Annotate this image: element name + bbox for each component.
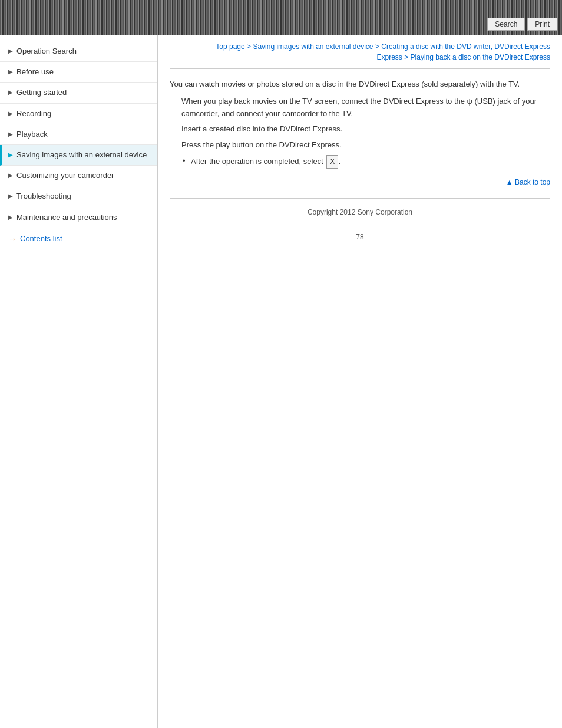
main-content: Top page > Saving images with an externa… (158, 35, 562, 728)
contents-list-label: Contents list (20, 234, 62, 243)
search-button[interactable]: Search (487, 18, 525, 31)
arrow-icon: ▶ (8, 172, 13, 180)
sidebar-item-label: Playback (16, 129, 48, 140)
content-bullet1: After the operation is completed, select… (191, 155, 550, 169)
breadcrumb-level3[interactable]: Creating a disc with the DVD writer, DVD… (381, 42, 550, 51)
arrow-icon: ▶ (8, 68, 13, 76)
sidebar-item-troubleshooting[interactable]: ▶ Troubleshooting (0, 186, 157, 207)
content-step2: Insert a created disc into the DVDirect … (181, 123, 550, 136)
sidebar-item-before-use[interactable]: ▶ Before use (0, 62, 157, 83)
sidebar-item-saving-images[interactable]: ▶ Saving images with an external device (0, 145, 157, 166)
sidebar: ▶ Operation Search ▶ Before use ▶ Gettin… (0, 35, 158, 728)
breadcrumb-level4[interactable]: Playing back a disc on the DVDirect Expr… (411, 53, 550, 61)
sidebar-item-label: Recording (16, 108, 51, 119)
sidebar-item-label: Getting started (16, 87, 67, 98)
page-layout: ▶ Operation Search ▶ Before use ▶ Gettin… (0, 35, 562, 728)
content-area: You can watch movies or photos stored on… (170, 78, 550, 169)
sidebar-item-label: Before use (16, 67, 54, 77)
arrow-icon: ▶ (8, 130, 13, 139)
breadcrumb-sep1: > (247, 42, 253, 51)
arrow-icon: ▶ (8, 192, 13, 200)
header: Search Print (0, 0, 562, 35)
sidebar-item-customizing[interactable]: ▶ Customizing your camcorder (0, 166, 157, 186)
arrow-icon: ▶ (8, 88, 13, 97)
arrow-icon: ▶ (8, 151, 13, 159)
breadcrumb-top[interactable]: Top page (216, 42, 244, 51)
breadcrumb-level2[interactable]: Saving images with an external device (253, 42, 373, 51)
sidebar-item-label: Customizing your camcorder (16, 170, 114, 181)
arrow-icon: ▶ (8, 110, 13, 118)
sidebar-item-operation-search[interactable]: ▶ Operation Search (0, 41, 157, 62)
copyright-text: Copyright 2012 Sony Corporation (308, 208, 412, 216)
sidebar-item-label: Saving images with an external device (16, 150, 147, 160)
arrow-icon: ▶ (8, 213, 13, 222)
breadcrumb-sep3: Express > (377, 53, 411, 61)
arrow-icon: ▶ (8, 47, 13, 55)
page-number: 78 (170, 221, 550, 247)
sidebar-item-playback[interactable]: ▶ Playback (0, 124, 157, 145)
content-step3: Press the play button on the DVDirect Ex… (181, 139, 550, 151)
contents-list-link[interactable]: → Contents list (0, 228, 157, 249)
sidebar-item-label: Troubleshooting (16, 191, 71, 202)
sidebar-item-maintenance[interactable]: ▶ Maintenance and precautions (0, 207, 157, 228)
sidebar-item-getting-started[interactable]: ▶ Getting started (0, 83, 157, 103)
breadcrumb-sep2: > (375, 42, 381, 51)
header-buttons: Search Print (487, 18, 557, 31)
contents-list-arrow-icon: → (8, 234, 16, 243)
content-step1: When you play back movies on the TV scre… (181, 95, 550, 120)
print-button[interactable]: Print (527, 18, 557, 31)
x-button: X (326, 155, 338, 169)
sidebar-item-label: Operation Search (16, 46, 77, 57)
sidebar-item-recording[interactable]: ▶ Recording (0, 104, 157, 124)
content-intro: You can watch movies or photos stored on… (170, 78, 550, 91)
breadcrumb: Top page > Saving images with an externa… (170, 41, 550, 69)
back-to-top-link[interactable]: Back to top (170, 178, 550, 186)
footer: Copyright 2012 Sony Corporation (170, 198, 550, 221)
sidebar-item-label: Maintenance and precautions (16, 212, 117, 223)
